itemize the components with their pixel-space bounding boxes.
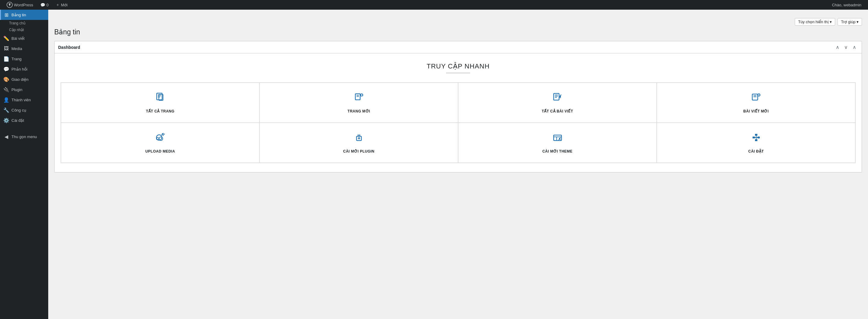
panel-close[interactable]: ∧ xyxy=(851,44,858,51)
sidebar-item-trang[interactable]: 📄 Trang xyxy=(0,54,48,64)
media-icon: 🖼 xyxy=(4,46,9,51)
panel-body: TRUY CẬP NHANH xyxy=(55,53,862,172)
svg-rect-10 xyxy=(361,95,362,95)
label-cai-moi-theme: CÀI MỚI THEME xyxy=(542,149,572,153)
sidebar-item-bai-viet[interactable]: ✏️ Bài viết xyxy=(0,33,48,44)
theme-add-icon xyxy=(552,132,563,146)
quick-access-title: TRUY CẬP NHANH xyxy=(61,62,856,70)
sidebar-item-phan-hoi[interactable]: 💬 Phản hồi xyxy=(0,64,48,74)
svg-rect-7 xyxy=(356,96,359,97)
sidebar-label-trang: Trang xyxy=(11,57,22,61)
appearance-icon: 🎨 xyxy=(4,77,9,82)
sidebar-item-cai-dat[interactable]: ⚙️ Cài đặt xyxy=(0,115,48,125)
quick-item-tat-ca-trang[interactable]: TẤT CẢ TRANG xyxy=(61,83,259,123)
panel-collapse-up[interactable]: ∧ xyxy=(834,44,841,51)
dashboard-icon: ⊞ xyxy=(4,12,9,18)
svg-rect-17 xyxy=(753,95,756,96)
edit-icon: ✏️ xyxy=(4,36,9,41)
label-tat-ca-trang: TẤT CẢ TRANG xyxy=(146,109,175,113)
new-label: Mới xyxy=(61,3,67,7)
main-content: Tùy chọn hiển thị ▾ Trợ giúp ▾ Bảng tin … xyxy=(48,10,868,319)
label-tat-ca-bai-viet: TẤT CẢ BÀI VIẾT xyxy=(541,109,573,113)
sidebar-label-phan-hoi: Phản hồi xyxy=(11,67,27,71)
admin-bar-left: WordPress 💬 0 ＋ Mới xyxy=(4,0,829,10)
sidebar-label-bai-viet: Bài viết xyxy=(11,36,24,41)
svg-rect-29 xyxy=(359,137,360,140)
wp-logo-item[interactable]: WordPress xyxy=(4,0,36,10)
plugin-icon: 🔌 xyxy=(4,87,9,92)
quick-item-upload-media[interactable]: UPLOAD MEDIA xyxy=(61,123,259,163)
panel-title: Dashboard xyxy=(58,45,80,50)
sidebar-label-cong-cu: Công cụ xyxy=(11,108,26,113)
plus-icon: ＋ xyxy=(56,2,60,7)
svg-rect-27 xyxy=(359,135,360,137)
quick-access-grid: TẤT CẢ TRANG xyxy=(61,82,856,163)
settings-gear-icon: ⚙️ xyxy=(4,118,9,123)
quick-item-tat-ca-bai-viet[interactable]: TẤT CẢ BÀI VIẾT xyxy=(458,83,657,123)
panel-collapse-down[interactable]: ∨ xyxy=(842,44,849,51)
pages-icon xyxy=(155,92,166,106)
greeting-text: Chào, webadmin xyxy=(832,3,861,7)
quick-item-cai-dat[interactable]: CÀI ĐẶT xyxy=(657,123,855,163)
comment-icon: 💬 xyxy=(40,3,45,7)
svg-rect-13 xyxy=(555,96,558,96)
new-page-icon xyxy=(353,92,364,106)
label-trang-moi: TRANG MỚI xyxy=(347,109,370,113)
sidebar-item-collapse[interactable]: ◀ Thu gọn menu xyxy=(0,132,48,142)
settings-icon xyxy=(751,132,762,146)
svg-rect-14 xyxy=(555,97,557,98)
quick-item-cai-moi-plugin[interactable]: CÀI MỚI PLUGIN xyxy=(259,123,458,163)
quick-item-bai-viet-moi[interactable]: BÀI VIẾT MỚI xyxy=(657,83,855,123)
comments-item[interactable]: 💬 0 xyxy=(37,0,52,10)
panel-controls: ∧ ∨ ∧ xyxy=(834,44,858,51)
sidebar-label-media: Media xyxy=(11,47,22,51)
sidebar-item-cap-nhat[interactable]: Cập nhật xyxy=(0,27,48,33)
svg-rect-11 xyxy=(554,93,559,100)
sidebar-item-giao-dien[interactable]: 🎨 Giao diện xyxy=(0,74,48,84)
all-posts-icon xyxy=(552,92,563,106)
quick-access-divider xyxy=(446,72,470,73)
tools-icon: 🔧 xyxy=(4,107,9,113)
sidebar-item-thanh-vien[interactable]: 👤 Thành viên xyxy=(0,95,48,105)
wp-logo-icon xyxy=(7,2,13,8)
sidebar-label-collapse: Thu gọn menu xyxy=(11,135,37,139)
plugin-add-icon xyxy=(353,132,364,146)
sidebar-item-trang-chu[interactable]: Trang chủ xyxy=(0,20,48,27)
sidebar-item-cong-cu[interactable]: 🔧 Công cụ xyxy=(0,105,48,115)
page-icon: 📄 xyxy=(4,56,9,61)
help-button[interactable]: Trợ giúp ▾ xyxy=(838,18,862,26)
upload-media-icon xyxy=(155,132,166,146)
svg-rect-21 xyxy=(758,95,760,95)
new-item[interactable]: ＋ Mới xyxy=(53,0,70,10)
dashboard-panel: Dashboard ∧ ∨ ∧ TRUY CẬP NHANH xyxy=(54,41,862,172)
label-cai-moi-plugin: CÀI MỚI PLUGIN xyxy=(343,149,375,153)
sidebar-item-media[interactable]: 🖼 Media xyxy=(0,44,48,54)
sidebar-label-cap-nhat: Cập nhật xyxy=(9,28,24,32)
comment-bubble-icon: 💬 xyxy=(4,66,9,72)
sidebar-item-bang-tin[interactable]: ⊞ Bảng tin xyxy=(0,10,48,20)
sidebar-item-plugin[interactable]: 🔌 Plugin xyxy=(0,84,48,95)
users-icon: 👤 xyxy=(4,97,9,103)
collapse-icon: ◀ xyxy=(4,134,9,139)
panel-header: Dashboard ∧ ∨ ∧ xyxy=(55,41,862,53)
layout: ⊞ Bảng tin Trang chủ Cập nhật ✏️ Bài viế… xyxy=(0,10,868,319)
page-title: Bảng tin xyxy=(54,28,862,36)
label-cai-dat: CÀI ĐẶT xyxy=(748,149,764,153)
sidebar-label-giao-dien: Giao diện xyxy=(11,77,28,82)
new-post-icon xyxy=(751,92,762,106)
greeting-item[interactable]: Chào, webadmin xyxy=(829,0,864,10)
sidebar-label-cai-dat: Cài đặt xyxy=(11,118,24,123)
label-upload-media: UPLOAD MEDIA xyxy=(145,149,175,153)
svg-rect-26 xyxy=(358,135,359,137)
comment-count: 0 xyxy=(46,3,49,7)
site-name: WordPress xyxy=(14,3,33,7)
quick-item-trang-moi[interactable]: TRANG MỚI xyxy=(259,83,458,123)
svg-rect-12 xyxy=(555,95,558,95)
svg-rect-6 xyxy=(356,95,359,95)
screen-options-button[interactable]: Tùy chọn hiển thị ▾ xyxy=(795,18,835,26)
sidebar: ⊞ Bảng tin Trang chủ Cập nhật ✏️ Bài viế… xyxy=(0,10,48,319)
admin-bar-right: Chào, webadmin xyxy=(829,0,864,10)
sidebar-label-bang-tin: Bảng tin xyxy=(11,13,26,17)
quick-item-cai-moi-theme[interactable]: CÀI MỚI THEME xyxy=(458,123,657,163)
sidebar-label-trang-chu: Trang chủ xyxy=(9,21,26,25)
